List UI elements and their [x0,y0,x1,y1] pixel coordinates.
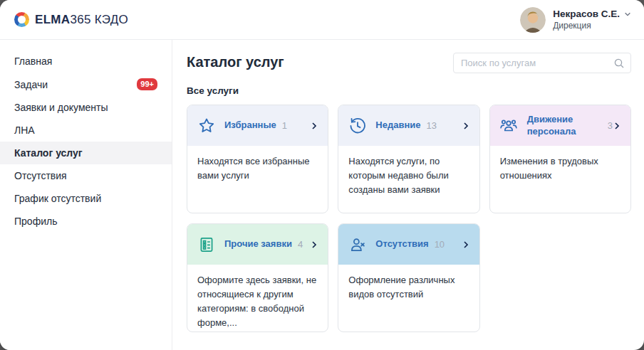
search-input[interactable] [461,58,613,68]
app-window: ELMA365КЭДО Некрасов С.Е. Дирекция [0,0,644,350]
card-count: 1 [282,120,287,131]
elma-logo-icon [14,12,29,27]
logo-text: ELMA365КЭДО [35,13,128,27]
sidebar-item-label: Профиль [14,216,57,227]
history-icon [348,116,367,135]
star-icon [197,116,216,135]
card-title: Избранные [224,120,276,132]
people-icon [499,116,519,135]
section-title: Все услуги [187,85,631,96]
card-otsutstviya[interactable]: Отсутствия 10 Оформление различных видов… [338,223,479,332]
person-x-icon [348,235,367,254]
card-header: Недавние 13 [338,105,479,146]
card-title: Отсутствия [375,238,428,250]
sidebar-item-grafik-otsutstviy[interactable]: График отсутствий [0,187,172,210]
card-title: Недавние [375,120,420,132]
sidebar-item-label: ЛНА [14,124,35,136]
card-header: Отсутствия 10 [338,224,479,265]
sidebar-item-label: График отсутствий [14,193,101,204]
chevron-down-icon [624,11,631,18]
search-box[interactable] [453,53,631,73]
sidebar-item-katalog-uslug[interactable]: Каталог услуг [0,142,172,164]
chevron-right-icon[interactable] [462,122,470,130]
service-cards: Избранные 1 Находятся все избранные вами… [187,105,631,332]
chevron-right-icon[interactable] [613,122,621,130]
card-description: Находятся услуги, по которым недавно был… [338,146,479,206]
user-name: Некрасов С.Е. [553,9,620,19]
card-count: 3 [608,120,613,131]
card-title: Прочие заявки [224,238,292,250]
logo-product: КЭДО [95,13,129,26]
card-header: Прочие заявки 4 [187,224,328,265]
card-header: Избранные 1 [187,105,328,146]
tasks-count-badge: 99+ [137,78,157,90]
top-bar: ELMA365КЭДО Некрасов С.Е. Дирекция [0,0,644,40]
sidebar-item-label: Отсутствия [14,170,67,181]
sidebar-item-otsutstviya[interactable]: Отсутствия [0,164,172,187]
card-description: Изменения в трудовых отношениях [490,146,630,191]
main-content: Каталог услуг Все услуги [172,40,644,350]
card-count: 10 [435,239,445,250]
card-title: Движение персонала [527,114,602,138]
card-prochie-zayavki[interactable]: Прочие заявки 4 Оформите здесь заявки, н… [187,223,328,332]
sidebar-item-lna[interactable]: ЛНА [0,119,172,142]
sidebar: Главная Задачи 99+ Заявки и документы ЛН… [0,40,172,350]
page-title: Каталог услуг [187,53,284,70]
card-header: Движение персонала 3 [490,105,630,146]
card-nedavnie[interactable]: Недавние 13 Находятся услуги, по которым… [338,105,479,213]
sidebar-item-label: Каталог услуг [14,147,83,159]
avatar [520,7,546,33]
sidebar-item-profil[interactable]: Профиль [0,210,172,233]
user-department: Дирекция [553,21,631,31]
user-texts: Некрасов С.Е. Дирекция [553,9,631,31]
user-menu[interactable]: Некрасов С.Е. Дирекция [520,7,631,33]
search-icon [613,58,625,69]
card-description: Оформите здесь заявки, не относящиеся к … [187,265,328,332]
sidebar-item-zayavki-i-dokumenty[interactable]: Заявки и документы [0,96,172,119]
chevron-right-icon[interactable] [462,240,470,249]
card-count: 4 [298,239,303,250]
card-izbrannye[interactable]: Избранные 1 Находятся все избранные вами… [187,105,328,213]
sidebar-item-glavnaya[interactable]: Главная [0,50,172,73]
card-description: Оформление различных видов отсутствий [338,265,479,310]
card-description: Находятся все избранные вами услуги [187,146,328,191]
sidebar-item-zadachi[interactable]: Задачи 99+ [0,73,172,96]
chevron-right-icon[interactable] [310,122,318,130]
card-count: 13 [427,120,437,131]
sidebar-item-label: Задачи [14,79,48,90]
checklist-icon [197,235,216,254]
sidebar-item-label: Главная [14,55,52,67]
card-dvizhenie-personala[interactable]: Движение персонала 3 Изменения в трудовы… [489,105,631,213]
logo-number: 365 [70,13,90,26]
chevron-right-icon[interactable] [310,240,318,249]
logo-brand: ELMA [35,13,70,26]
sidebar-item-label: Заявки и документы [14,102,108,113]
elma365-logo[interactable]: ELMA365КЭДО [14,12,128,27]
